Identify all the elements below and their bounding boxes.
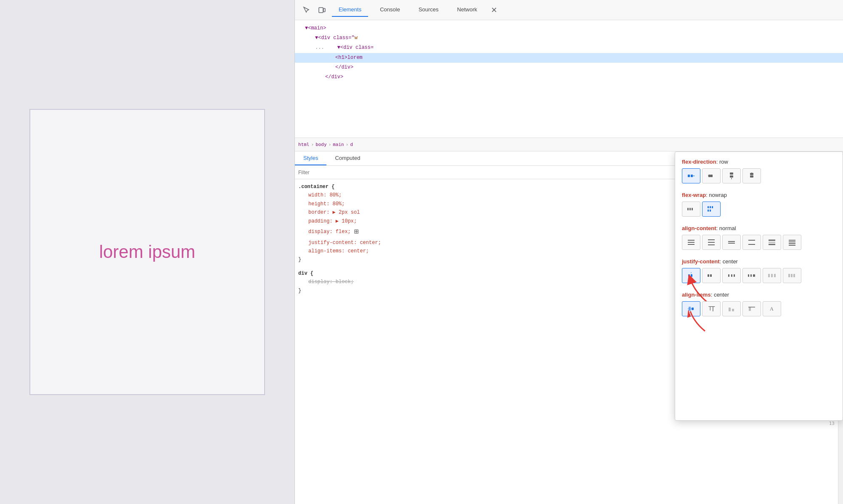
svg-rect-47 [768,274,770,277]
svg-rect-4 [710,175,713,177]
svg-rect-17 [710,210,711,212]
svg-rect-45 [753,274,754,277]
svg-rect-50 [788,274,790,277]
svg-rect-0 [319,8,323,13]
inspect-icon[interactable] [302,5,312,15]
justify-content-btn-2[interactable] [702,268,721,283]
justify-content-btn-6[interactable] [783,268,801,283]
elements-tree: ▼<main> ▼<div class="w ... ▼<div class= … [295,20,843,138]
svg-rect-39 [710,274,712,277]
breadcrumb-body[interactable]: body [315,142,327,147]
device-icon[interactable] [317,5,327,15]
devtools-header: Elements Console Sources Network ✕ [295,0,843,20]
align-content-label: align-content: normal [682,225,836,231]
svg-rect-11 [689,208,691,210]
align-items-btn-5[interactable]: A [763,301,781,316]
svg-rect-12 [692,208,693,210]
svg-rect-42 [734,274,735,277]
align-items-btn-3[interactable] [722,301,741,316]
tab-elements[interactable]: Elements [332,3,368,17]
css-prop-height: height: 80%; [298,201,345,207]
css-prop-display: display: flex; [298,228,351,236]
line-number: 13 [829,421,835,426]
html-line-div1[interactable]: ▼<div class="w [295,33,843,43]
flex-wrap-row: flex-wrap: nowrap [682,192,836,217]
svg-rect-51 [791,274,793,277]
svg-text:T: T [711,305,715,313]
css-prop-display-block: display: block; [298,279,354,285]
flex-direction-row-reverse-btn[interactable] [702,168,721,183]
flex-direction-column-btn[interactable] [722,168,741,183]
justify-content-label: justify-content: center [682,258,836,265]
css-prop-width: width: 80%; [298,192,342,198]
svg-rect-60 [749,307,751,311]
align-items-center-btn[interactable] [682,301,700,316]
align-items-label: align-items: center [682,292,836,298]
svg-rect-40 [728,274,729,277]
flex-direction-column-reverse-btn[interactable] [742,168,761,183]
tab-sources[interactable]: Sources [412,3,445,17]
svg-rect-2 [688,175,690,177]
svg-rect-43 [748,274,749,277]
align-items-btn-2[interactable]: TT [702,301,721,316]
justify-content-btn-5[interactable] [763,268,781,283]
html-ellipsis-line[interactable]: ... ▼<div class= [295,43,843,53]
css-prop-border: border: ▶ 2px sol [298,210,360,215]
align-content-btn-1[interactable] [682,235,700,250]
align-content-buttons [682,235,836,250]
html-line-main[interactable]: ▼<main> [295,24,843,33]
align-content-btn-3[interactable] [722,235,741,250]
css-prop-justify-content: justify-content: center; [298,240,381,246]
lorem-text: lorem ipsum [99,242,196,262]
flex-editor-popup: flex-direction: row [675,151,843,421]
svg-text:A: A [770,306,774,312]
align-content-btn-5[interactable] [763,235,781,250]
align-items-row: align-items: center TT [682,292,836,316]
css-prop-align-items: align-items: center; [298,248,369,254]
justify-content-center-btn[interactable] [682,268,700,283]
justify-content-btn-4[interactable] [742,268,761,283]
align-items-btn-4[interactable] [742,301,761,316]
flex-wrap-label: flex-wrap: nowrap [682,192,836,198]
flex-direction-buttons [682,168,836,183]
tab-console[interactable]: Console [373,3,407,17]
tab-network[interactable]: Network [451,3,484,17]
align-content-btn-4[interactable] [742,235,761,250]
breadcrumb-d[interactable]: d [350,142,353,147]
align-content-btn-2[interactable] [702,235,721,250]
flex-wrap-wrap-btn[interactable] [702,202,721,217]
css-selector-container: .container { [298,184,334,190]
breadcrumb-main[interactable]: main [333,142,344,147]
css-close-brace-2: } [298,288,301,294]
svg-rect-49 [774,274,776,277]
justify-content-row: justify-content: center [682,258,836,283]
justify-content-btn-3[interactable] [722,268,741,283]
svg-rect-8 [750,175,753,178]
align-items-buttons: TT A [682,301,836,316]
svg-rect-3 [691,175,693,177]
tab-computed[interactable]: Computed [326,151,368,165]
svg-rect-1 [323,8,325,12]
flex-wrap-nowrap-btn[interactable] [682,202,700,217]
tab-styles[interactable]: Styles [295,151,326,165]
flex-direction-label: flex-direction: row [682,159,836,165]
align-content-btn-6[interactable] [783,235,801,250]
close-button[interactable]: ✕ [489,5,499,15]
preview-box: lorem ipsum [29,109,265,395]
flex-direction-row-btn[interactable] [682,168,700,183]
html-line-div2-selected[interactable]: <h1>lorem [295,53,843,63]
html-line-closediv2[interactable]: </div> [295,72,843,82]
flex-icon[interactable]: ⊞ [354,225,359,239]
html-line-closediv1[interactable]: </div> [295,63,843,72]
svg-rect-38 [708,274,709,277]
svg-rect-15 [712,206,713,208]
breadcrumb: html › body › main › d [295,138,843,151]
flex-wrap-buttons [682,202,836,217]
align-content-row: align-content: normal [682,225,836,250]
svg-rect-6 [730,172,733,175]
breadcrumb-html[interactable]: html [298,142,310,147]
flex-direction-row: flex-direction: row [682,159,836,183]
svg-rect-44 [750,274,752,277]
css-prop-padding: padding: ▶ 10px; [298,218,357,224]
css-close-brace-1: } [298,257,301,263]
